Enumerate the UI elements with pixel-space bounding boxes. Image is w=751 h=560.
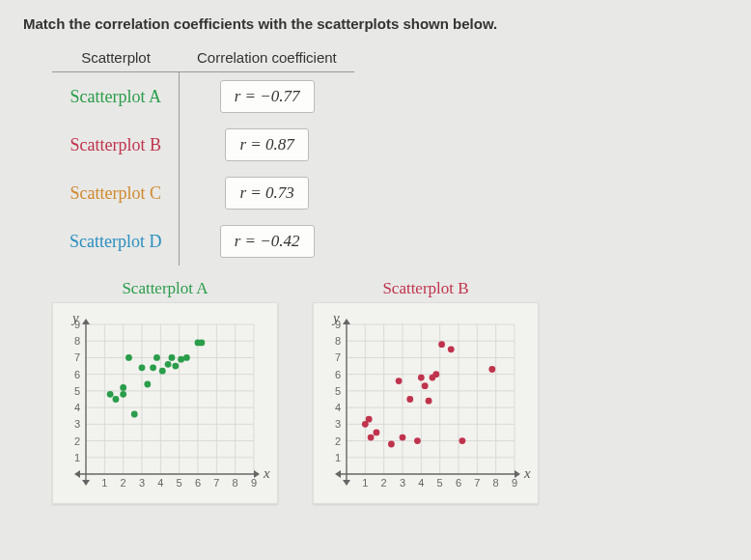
svg-point-54: [159, 368, 166, 375]
row-a-label: Scatterplot A: [52, 72, 180, 122]
svg-point-45: [113, 396, 120, 403]
svg-point-120: [438, 341, 445, 348]
svg-point-110: [388, 441, 395, 448]
svg-point-111: [396, 378, 403, 384]
svg-text:3: 3: [400, 477, 405, 489]
svg-text:1: 1: [335, 452, 341, 463]
svg-point-119: [432, 371, 439, 378]
match-table: Scatterplot Correlation coefficient Scat…: [52, 43, 354, 266]
svg-text:3: 3: [139, 477, 145, 489]
svg-point-59: [183, 354, 190, 361]
svg-point-112: [400, 434, 406, 441]
svg-point-50: [139, 364, 146, 371]
row-d-coeff[interactable]: r = −0.42: [220, 225, 315, 258]
svg-text:6: 6: [195, 477, 201, 489]
svg-text:8: 8: [233, 477, 238, 489]
svg-text:9: 9: [512, 477, 517, 489]
header-scatterplot: Scatterplot: [52, 43, 180, 72]
svg-text:8: 8: [74, 335, 80, 347]
svg-marker-103: [343, 480, 350, 486]
svg-text:7: 7: [474, 477, 480, 489]
svg-text:7: 7: [335, 351, 341, 363]
svg-point-121: [448, 346, 455, 352]
svg-marker-40: [82, 319, 90, 324]
svg-text:2: 2: [74, 435, 80, 447]
svg-text:1: 1: [74, 452, 80, 463]
svg-text:2: 2: [335, 435, 341, 447]
svg-marker-102: [343, 319, 350, 324]
svg-text:2: 2: [381, 477, 387, 489]
svg-text:8: 8: [493, 477, 499, 489]
svg-point-114: [414, 437, 421, 444]
svg-point-46: [120, 391, 126, 398]
svg-point-58: [178, 356, 184, 363]
svg-point-116: [422, 382, 429, 389]
scatterplot-b: 123456789123456789xy: [313, 302, 539, 504]
svg-point-108: [368, 434, 375, 441]
svg-text:3: 3: [335, 418, 341, 430]
row-b-coeff[interactable]: r = 0.87: [225, 128, 308, 161]
svg-point-117: [426, 398, 432, 405]
svg-point-109: [374, 430, 380, 436]
svg-point-51: [144, 381, 151, 388]
svg-text:3: 3: [74, 418, 80, 430]
row-c-label: Scatterplot C: [52, 169, 180, 217]
svg-text:1: 1: [362, 477, 368, 489]
svg-point-113: [406, 396, 413, 403]
svg-text:6: 6: [335, 369, 341, 380]
svg-point-107: [366, 416, 373, 423]
svg-text:4: 4: [157, 477, 163, 489]
svg-point-48: [125, 354, 132, 361]
svg-point-115: [418, 375, 425, 381]
svg-text:4: 4: [74, 402, 80, 413]
svg-text:9: 9: [251, 477, 257, 489]
svg-text:y: y: [331, 310, 340, 325]
svg-point-55: [165, 361, 172, 368]
svg-point-53: [153, 354, 160, 361]
svg-text:6: 6: [456, 477, 461, 489]
row-c-coeff[interactable]: r = 0.73: [225, 177, 308, 210]
svg-text:8: 8: [335, 335, 341, 347]
svg-text:x: x: [263, 465, 270, 481]
plot-a-title: Scatterplot A: [52, 279, 278, 298]
svg-text:6: 6: [74, 369, 80, 380]
svg-text:x: x: [523, 465, 531, 481]
svg-text:4: 4: [335, 402, 341, 413]
svg-text:5: 5: [74, 385, 80, 397]
svg-point-57: [172, 363, 179, 370]
row-b-label: Scatterplot B: [52, 121, 180, 169]
svg-text:2: 2: [121, 477, 126, 489]
svg-point-44: [107, 391, 114, 398]
svg-text:7: 7: [213, 477, 219, 489]
header-coefficient: Correlation coefficient: [180, 43, 354, 72]
row-d-label: Scatterplot D: [52, 217, 180, 266]
svg-marker-101: [335, 470, 341, 478]
svg-text:5: 5: [177, 477, 182, 489]
svg-text:4: 4: [418, 477, 424, 489]
svg-point-123: [488, 366, 495, 373]
svg-point-56: [169, 354, 176, 361]
svg-text:y: y: [70, 310, 79, 325]
question-text: Match the correlation coefficients with …: [23, 15, 728, 32]
svg-point-122: [459, 437, 465, 444]
svg-text:5: 5: [437, 477, 443, 489]
svg-text:7: 7: [74, 351, 80, 363]
svg-point-61: [198, 340, 205, 347]
svg-point-47: [120, 384, 126, 391]
row-a-coeff[interactable]: r = −0.77: [220, 80, 315, 113]
svg-point-52: [150, 364, 156, 371]
scatterplot-a: 123456789123456789xy: [52, 302, 278, 504]
plot-b-title: Scatterplot B: [313, 279, 539, 298]
svg-marker-41: [82, 480, 90, 486]
svg-marker-39: [74, 470, 80, 478]
svg-point-49: [131, 411, 138, 418]
svg-text:1: 1: [101, 477, 107, 489]
svg-text:5: 5: [335, 385, 341, 397]
